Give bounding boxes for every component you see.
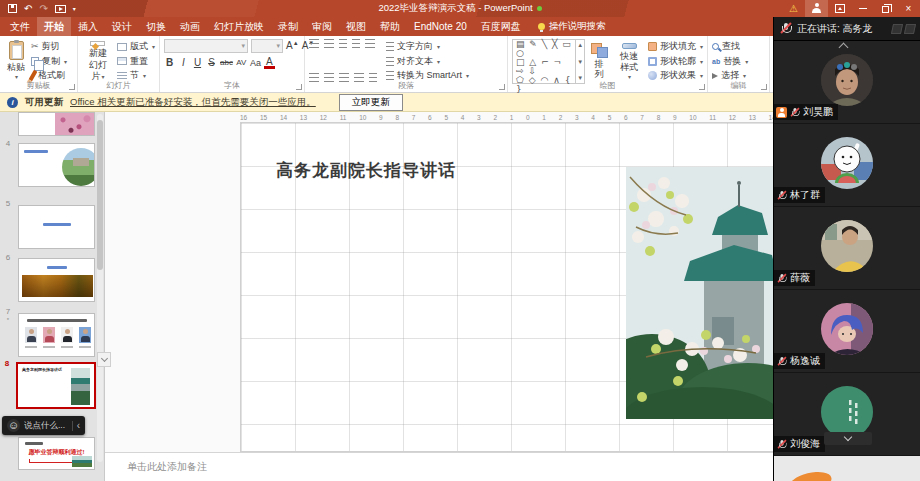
tab-design[interactable]: 设计 [105,17,139,36]
mic-muted-icon[interactable] [780,22,792,35]
scroll-down-participants-button[interactable] [824,432,872,445]
font-name-select[interactable]: ▾ [164,39,248,53]
increase-indent-button[interactable] [352,39,360,48]
mic-muted-icon [777,439,787,449]
minimize-button[interactable] [851,0,874,17]
paste-button[interactable]: 粘贴 ▾ [4,39,28,83]
scrollbar-corner-button[interactable] [97,352,111,367]
align-text-button[interactable]: 对齐文本▾ [386,55,469,68]
ruler-number: 9 [379,114,383,121]
tab-record[interactable]: 录制 [271,17,305,36]
drawing-dialog-launcher[interactable] [699,84,705,90]
shapes-row-2: □ △ ⌐ ¬ ⇨ ⇩ [516,58,572,76]
text-direction-button[interactable]: 文字方向▾ [386,40,469,53]
notes-pane[interactable]: 单击此处添加备注 [105,452,778,481]
close-button[interactable]: × [897,0,920,17]
drawing-group-label: 绘图 [508,80,707,91]
clipboard-dialog-launcher[interactable] [69,84,75,90]
editing-dialog-launcher[interactable] [761,84,767,90]
character-spacing-button[interactable]: AV [236,59,247,67]
undo-icon[interactable]: ↶ [24,4,32,14]
view-grid-icon[interactable] [904,24,916,34]
new-slide-button[interactable]: 新建 幻灯片▾ [82,39,114,83]
clear-formatting-button[interactable]: abc [220,59,233,67]
tab-baidu-netdisk[interactable]: 百度网盘 [474,17,528,36]
update-now-button[interactable]: 立即更新 [339,94,403,111]
redo-icon[interactable]: ↷ [39,4,47,14]
start-slideshow-icon[interactable] [55,5,66,13]
bold-button[interactable]: B [164,58,175,68]
customize-qat-icon[interactable]: ▾ [73,5,76,12]
participant-tile-3[interactable]: 薛薇 [774,207,920,290]
tab-home[interactable]: 开始 [37,17,71,36]
tab-transitions[interactable]: 切换 [139,17,173,36]
collapse-chat-icon[interactable]: ‹ [77,421,80,431]
underline-button[interactable]: U [192,58,203,68]
slide-title-textbox[interactable]: 高务龙副院长指导讲话 [276,159,456,182]
line-spacing-button[interactable] [365,39,375,48]
thumbnail-slide-6[interactable] [18,258,95,302]
shapes-gallery-scroll[interactable]: ▲▼▼ [575,40,584,83]
participant-tile-4[interactable]: 杨逸诚 [774,290,920,373]
slide9-bracket [29,459,77,463]
font-color-button[interactable]: A [264,57,275,69]
tell-me-search[interactable]: 操作说明搜索 [538,17,606,36]
copy-button[interactable]: 复制▾ [31,55,67,68]
tab-review[interactable]: 审阅 [305,17,339,36]
smiley-icon[interactable]: ☺ [7,419,20,432]
notification-message[interactable]: Office 相关更新已准备好安装，但首先需要关闭一些应用。 [70,96,316,109]
ribbon-display-options-button[interactable] [828,0,851,17]
tab-help[interactable]: 帮助 [373,17,407,36]
tab-file[interactable]: 文件 [3,17,37,36]
view-layout-icon[interactable] [891,24,903,34]
shape-outline-button[interactable]: 形状轮廓▾ [648,55,703,68]
ruler-number: 11 [709,114,716,121]
participant-tile-1[interactable]: 刘昊鹏 [774,41,920,124]
tab-insert[interactable]: 插入 [71,17,105,36]
decrease-indent-button[interactable] [339,39,347,48]
chat-placeholder[interactable]: 说点什么... [24,420,68,432]
tab-view[interactable]: 视图 [339,17,373,36]
quick-styles-button[interactable]: 快速样式 ▾ [613,39,645,83]
shapes-gallery[interactable]: ▤ ✎ ╲ ╳ ▭ ○ □ △ ⌐ ¬ ⇨ ⇩ ⬠ ◇ ◠ ∧ { } ▲▼▼ [512,39,585,84]
find-button[interactable]: 查找 [712,40,748,53]
slide-pagoda-image[interactable] [626,167,778,419]
strikethrough-button[interactable]: S [206,58,217,68]
grow-font-button[interactable]: A▲ [286,40,299,51]
participant-tile-2[interactable]: 林了群 [774,124,920,207]
cut-button[interactable]: ✂剪切 [31,40,67,53]
change-case-button[interactable]: Aa [250,59,261,68]
thumbnail-slide-3-partial[interactable] [18,112,95,136]
font-dialog-launcher[interactable] [296,84,302,90]
tab-animations[interactable]: 动画 [173,17,207,36]
tab-endnote[interactable]: EndNote 20 [407,17,474,36]
replace-button[interactable]: ab替换▾ [712,55,748,68]
thumbnail-slide-8-selected[interactable]: 高务龙副院长指导讲话 [16,362,96,409]
font-size-select[interactable]: ▾ [251,39,283,53]
thumbnail-slide-4[interactable] [18,143,95,187]
scroll-up-icon[interactable] [839,43,849,53]
reset-button[interactable]: 重置 [117,55,155,68]
meeting-chat-quick-input[interactable]: ☺ 说点什么... ‹ [2,416,85,435]
slide9-image [72,456,92,467]
thumbnail-scrollbar[interactable] [97,114,103,462]
bullets-button[interactable] [309,39,319,48]
thumbnail-slide-9-partial[interactable]: 愿毕业答辩顺利通过! [18,437,95,470]
tab-slideshow[interactable]: 幻灯片放映 [207,17,271,36]
notes-placeholder[interactable]: 单击此处添加备注 [127,460,207,474]
italic-button[interactable]: I [178,58,189,68]
slide-canvas[interactable]: 高务龙副院长指导讲话 [240,122,800,452]
layout-button[interactable]: 版式▾ [117,40,155,53]
account-button[interactable] [805,0,828,17]
replace-icon: ab [712,58,720,65]
thumbnail-slide-7[interactable] [18,313,95,357]
numbering-button[interactable] [324,39,334,48]
save-icon[interactable] [8,4,17,13]
thumbnail-scrollbar-thumb[interactable] [97,120,103,270]
shape-fill-button[interactable]: 形状填充▾ [648,40,703,53]
restore-button[interactable] [874,0,897,17]
update-warning-icon[interactable]: ⚠ [782,0,805,17]
thumbnail-slide-5[interactable] [18,205,95,249]
arrange-button[interactable]: 排列 [588,39,610,83]
paragraph-dialog-launcher[interactable] [499,84,505,90]
